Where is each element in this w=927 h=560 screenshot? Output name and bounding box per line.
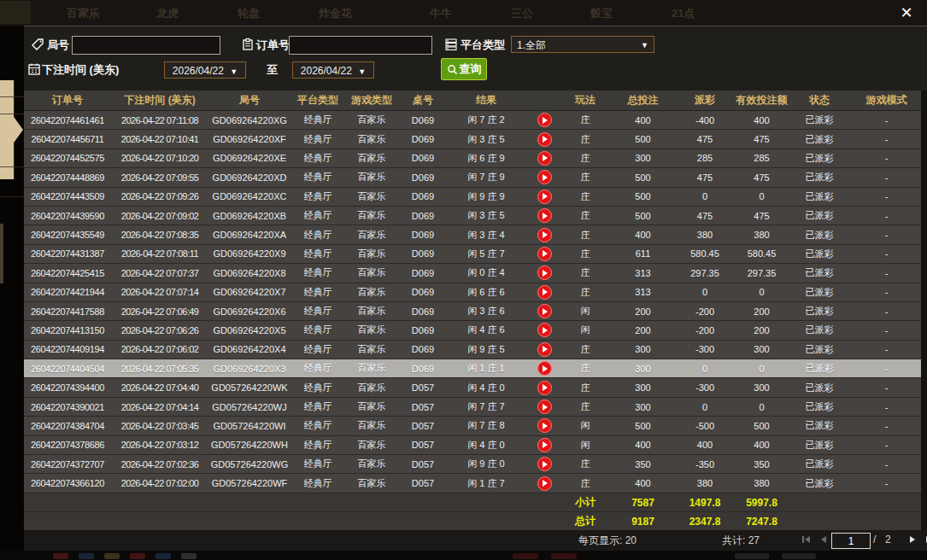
- play-video-icon[interactable]: [537, 418, 552, 433]
- cell-platform: 经典厅: [290, 264, 345, 283]
- first-page-icon[interactable]: [800, 534, 813, 547]
- table-row[interactable]: 2604220744525752026-04-22 07:10:20GD0692…: [24, 149, 927, 167]
- platform-type-select[interactable]: 1.全部 ▼: [511, 36, 654, 53]
- table-row[interactable]: 2604220744045042026-04-22 07:05:35GD0692…: [24, 359, 927, 378]
- previous-page-icon[interactable]: [817, 534, 830, 547]
- cell-play: [525, 187, 564, 206]
- cell-play: [525, 206, 564, 225]
- play-video-icon[interactable]: [537, 170, 552, 184]
- cell-result: 闲 3 庄 4: [448, 225, 525, 244]
- cell-bet: 庄: [564, 359, 607, 378]
- play-video-icon[interactable]: [537, 151, 552, 166]
- cell-total: 300: [607, 359, 679, 378]
- cell-order: 260422074413150: [24, 321, 111, 340]
- tag-icon: [31, 38, 44, 51]
- cell-order: 260422074456711: [24, 130, 111, 149]
- cell-valid: 475: [730, 168, 793, 187]
- cell-status: 已派彩: [793, 397, 846, 416]
- table-row[interactable]: 2604220744254152026-04-22 07:07:37GD0692…: [24, 264, 927, 283]
- bet-records-table: 订单号下注时间 (美东)局号平台类型游戏类型桌号结果玩法总投注派彩有效投注额状态…: [24, 90, 927, 532]
- table-row[interactable]: 2604220743944002026-04-22 07:04:40GD0572…: [24, 378, 927, 397]
- play-video-icon[interactable]: [537, 265, 552, 280]
- date-to-select[interactable]: 2026/04/22 ▼: [292, 61, 374, 79]
- background-tab: 三公: [511, 6, 533, 21]
- background-fragment: [0, 224, 3, 283]
- play-video-icon[interactable]: [537, 361, 552, 376]
- cell-round: GD069264220X4: [208, 340, 290, 359]
- cell-mode: -: [846, 149, 927, 167]
- cell-order: 260422074443509: [24, 187, 111, 206]
- round-number-input[interactable]: [72, 36, 220, 55]
- table-row[interactable]: 2604220744488692026-04-22 07:09:55GD0692…: [24, 168, 927, 187]
- play-video-icon[interactable]: [537, 190, 552, 204]
- cell-play: [525, 168, 564, 187]
- play-video-icon[interactable]: [537, 400, 552, 414]
- table-row[interactable]: 2604220744091942026-04-22 07:06:02GD0692…: [24, 340, 927, 359]
- table-row[interactable]: 2604220743900212026-04-22 07:04:14GD0572…: [24, 397, 927, 416]
- total-valid: 5997.8: [730, 493, 793, 511]
- cell-valid: 400: [730, 111, 793, 130]
- total-payout: 2347.8: [679, 512, 730, 531]
- cell-platform: 经典厅: [290, 283, 345, 301]
- play-video-icon[interactable]: [537, 438, 552, 452]
- table-row[interactable]: 2604220743727072026-04-22 07:02:36GD0572…: [24, 455, 927, 474]
- play-video-icon[interactable]: [537, 342, 552, 357]
- date-from-select[interactable]: 2026/04/22 ▼: [164, 61, 246, 79]
- cell-status: 已派彩: [793, 301, 846, 320]
- cell-total: 300: [607, 378, 679, 397]
- cell-game: 百家乐: [345, 359, 398, 378]
- close-icon[interactable]: ✕: [896, 3, 917, 23]
- scrollbar-track[interactable]: [921, 90, 927, 533]
- table-row[interactable]: 2604220744175882026-04-22 07:06:49GD0692…: [24, 301, 927, 320]
- cell-mode: -: [846, 130, 927, 149]
- cell-mode: -: [846, 417, 927, 435]
- table-row[interactable]: 2604220743661202026-04-22 07:02:00GD0572…: [24, 474, 927, 493]
- background-tab: 轮盘: [238, 6, 260, 21]
- cell-result: 闲 5 庄 7: [448, 244, 525, 263]
- last-page-icon[interactable]: [923, 534, 927, 547]
- play-video-icon[interactable]: [537, 285, 552, 300]
- cell-status: 已派彩: [793, 417, 846, 435]
- table-row[interactable]: 2604220744435092026-04-22 07:09:26GD0692…: [24, 187, 927, 206]
- play-video-icon[interactable]: [537, 228, 552, 242]
- table-row[interactable]: 2604220744614612026-04-22 07:11:08GD0692…: [24, 111, 927, 130]
- play-video-icon[interactable]: [537, 208, 552, 223]
- table-row[interactable]: 2604220744219442026-04-22 07:07:14GD0692…: [24, 283, 927, 301]
- cell-status: 已派彩: [793, 206, 846, 225]
- cell-payout: 475: [679, 168, 730, 187]
- cell-table: D069: [398, 283, 448, 301]
- table-row[interactable]: 2604220743786862026-04-22 07:03:12GD0572…: [24, 435, 927, 454]
- bet-history-dialog: 局号 订单号 平台类型 1.全部 ▼ 下注时间 (美东) 2026/04/22: [24, 26, 927, 551]
- play-video-icon[interactable]: [537, 457, 552, 471]
- table-row[interactable]: 2604220744355492026-04-22 07:08:35GD0692…: [24, 225, 927, 244]
- order-number-input[interactable]: [289, 36, 432, 55]
- column-header: 下注时间 (美东): [111, 90, 208, 111]
- play-video-icon[interactable]: [537, 381, 552, 395]
- cell-round: GD069264220X9: [208, 244, 290, 263]
- page-number-input[interactable]: [831, 533, 871, 549]
- cell-result: 闲 7 庄 2: [448, 111, 525, 130]
- cell-table: D057: [398, 455, 448, 474]
- play-video-icon[interactable]: [537, 323, 552, 337]
- cell-platform: 经典厅: [290, 187, 345, 206]
- next-page-icon[interactable]: [906, 534, 919, 547]
- table-row[interactable]: 2604220744131502026-04-22 07:06:26GD0692…: [24, 321, 927, 340]
- play-video-icon[interactable]: [537, 132, 552, 147]
- table-row[interactable]: 2604220744567112026-04-22 07:10:41GD0692…: [24, 130, 927, 149]
- cell-mode: -: [846, 264, 927, 283]
- table-row[interactable]: 2604220744313872026-04-22 07:08:11GD0692…: [24, 244, 927, 263]
- background-page-sliver: [0, 26, 24, 560]
- cell-platform: 经典厅: [290, 321, 345, 340]
- play-video-icon[interactable]: [537, 476, 552, 491]
- table-row[interactable]: 2604220744395902026-04-22 07:09:02GD0692…: [24, 206, 927, 225]
- subtotal-row: 小计75871497.85997.8: [24, 493, 927, 511]
- column-header: 桌号: [398, 90, 448, 111]
- cell-payout: -500: [679, 417, 730, 435]
- play-video-icon[interactable]: [537, 113, 552, 127]
- table-row[interactable]: 2604220743847042026-04-22 07:03:45GD0572…: [24, 417, 927, 435]
- chevron-down-icon: ▼: [358, 67, 366, 76]
- search-button[interactable]: 查询: [441, 58, 487, 80]
- play-video-icon[interactable]: [537, 304, 552, 318]
- grand-total-row: 总计91872347.87247.8: [24, 512, 927, 531]
- play-video-icon[interactable]: [537, 247, 552, 261]
